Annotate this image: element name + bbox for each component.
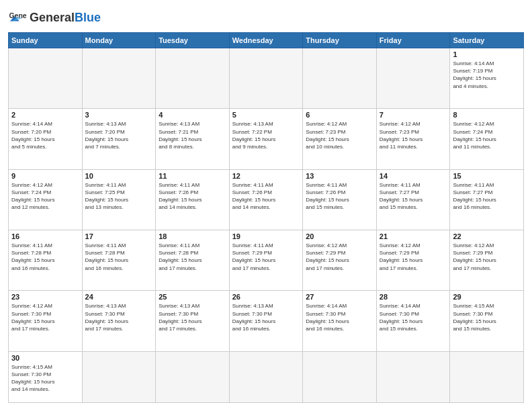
weekday-header-row: SundayMondayTuesdayWednesdayThursdayFrid… (9, 33, 524, 48)
weekday-header-monday: Monday (82, 33, 156, 48)
day-number: 15 (453, 172, 521, 180)
calendar-day-25: 25Sunrise: 4:13 AM Sunset: 7:30 PM Dayli… (156, 291, 230, 351)
day-number: 13 (306, 172, 373, 180)
day-info: Sunrise: 4:11 AM Sunset: 7:28 PM Dayligh… (85, 242, 153, 272)
day-number: 22 (453, 232, 521, 240)
day-info: Sunrise: 4:15 AM Sunset: 7:30 PM Dayligh… (453, 302, 521, 332)
day-info: Sunrise: 4:13 AM Sunset: 7:21 PM Dayligh… (159, 120, 226, 150)
calendar-day-empty (229, 48, 303, 109)
calendar-day-16: 16Sunrise: 4:11 AM Sunset: 7:28 PM Dayli… (9, 230, 83, 291)
day-number: 24 (85, 293, 153, 301)
weekday-header-sunday: Sunday (9, 33, 83, 48)
day-number: 9 (11, 172, 79, 180)
day-number: 19 (232, 232, 300, 240)
calendar-day-empty (9, 48, 83, 109)
day-number: 12 (232, 172, 300, 180)
calendar-day-5: 5Sunrise: 4:13 AM Sunset: 7:22 PM Daylig… (229, 109, 303, 169)
day-info: Sunrise: 4:14 AM Sunset: 7:30 PM Dayligh… (380, 302, 447, 332)
day-number: 20 (306, 232, 373, 240)
day-number: 1 (453, 50, 521, 58)
calendar-week-row: 9Sunrise: 4:12 AM Sunset: 7:24 PM Daylig… (9, 169, 524, 230)
calendar-day-29: 29Sunrise: 4:15 AM Sunset: 7:30 PM Dayli… (450, 291, 524, 351)
logo: General GeneralBlue (8, 8, 101, 27)
calendar-day-empty (82, 48, 156, 109)
day-number: 7 (380, 111, 447, 119)
day-number: 27 (306, 293, 373, 301)
calendar-day-8: 8Sunrise: 4:12 AM Sunset: 7:24 PM Daylig… (450, 109, 524, 169)
calendar-table: SundayMondayTuesdayWednesdayThursdayFrid… (8, 32, 524, 403)
day-info: Sunrise: 4:11 AM Sunset: 7:28 PM Dayligh… (11, 242, 79, 272)
calendar-week-row: 23Sunrise: 4:12 AM Sunset: 7:30 PM Dayli… (9, 291, 524, 351)
day-info: Sunrise: 4:12 AM Sunset: 7:30 PM Dayligh… (11, 302, 79, 332)
calendar-day-7: 7Sunrise: 4:12 AM Sunset: 7:23 PM Daylig… (376, 109, 450, 169)
calendar-day-28: 28Sunrise: 4:14 AM Sunset: 7:30 PM Dayli… (376, 291, 450, 351)
calendar-week-row: 2Sunrise: 4:14 AM Sunset: 7:20 PM Daylig… (9, 109, 524, 169)
day-number: 16 (11, 232, 79, 240)
day-info: Sunrise: 4:12 AM Sunset: 7:24 PM Dayligh… (11, 181, 79, 212)
general-blue-icon: General (8, 8, 27, 27)
calendar-day-empty (82, 351, 156, 402)
day-number: 5 (232, 111, 300, 119)
calendar-day-21: 21Sunrise: 4:12 AM Sunset: 7:29 PM Dayli… (376, 230, 450, 291)
calendar-day-22: 22Sunrise: 4:12 AM Sunset: 7:29 PM Dayli… (450, 230, 524, 291)
calendar-day-17: 17Sunrise: 4:11 AM Sunset: 7:28 PM Dayli… (82, 230, 156, 291)
calendar-day-20: 20Sunrise: 4:12 AM Sunset: 7:29 PM Dayli… (303, 230, 377, 291)
day-info: Sunrise: 4:11 AM Sunset: 7:26 PM Dayligh… (159, 181, 226, 212)
calendar-day-1: 1Sunrise: 4:14 AM Sunset: 7:19 PM Daylig… (450, 48, 524, 109)
calendar-day-empty (450, 351, 524, 402)
day-number: 14 (380, 172, 447, 180)
day-info: Sunrise: 4:11 AM Sunset: 7:26 PM Dayligh… (232, 181, 300, 212)
calendar-day-27: 27Sunrise: 4:14 AM Sunset: 7:30 PM Dayli… (303, 291, 377, 351)
day-info: Sunrise: 4:13 AM Sunset: 7:22 PM Dayligh… (232, 120, 300, 150)
day-info: Sunrise: 4:12 AM Sunset: 7:23 PM Dayligh… (306, 120, 373, 150)
day-info: Sunrise: 4:11 AM Sunset: 7:27 PM Dayligh… (380, 181, 447, 212)
calendar-day-15: 15Sunrise: 4:11 AM Sunset: 7:27 PM Dayli… (450, 169, 524, 230)
day-info: Sunrise: 4:11 AM Sunset: 7:26 PM Dayligh… (306, 181, 373, 212)
calendar-day-30: 30Sunrise: 4:15 AM Sunset: 7:30 PM Dayli… (9, 351, 83, 402)
day-info: Sunrise: 4:11 AM Sunset: 7:29 PM Dayligh… (232, 242, 300, 272)
day-info: Sunrise: 4:11 AM Sunset: 7:25 PM Dayligh… (85, 181, 153, 212)
calendar-day-19: 19Sunrise: 4:11 AM Sunset: 7:29 PM Dayli… (229, 230, 303, 291)
day-info: Sunrise: 4:15 AM Sunset: 7:30 PM Dayligh… (11, 363, 79, 394)
day-info: Sunrise: 4:14 AM Sunset: 7:19 PM Dayligh… (453, 60, 521, 90)
calendar-day-empty (376, 48, 450, 109)
calendar-day-empty (303, 48, 377, 109)
day-info: Sunrise: 4:11 AM Sunset: 7:28 PM Dayligh… (159, 242, 226, 272)
calendar-day-4: 4Sunrise: 4:13 AM Sunset: 7:21 PM Daylig… (156, 109, 230, 169)
day-number: 18 (159, 232, 226, 240)
calendar-day-26: 26Sunrise: 4:13 AM Sunset: 7:30 PM Dayli… (229, 291, 303, 351)
calendar-day-empty (303, 351, 377, 402)
calendar-day-empty (156, 48, 230, 109)
calendar-day-6: 6Sunrise: 4:12 AM Sunset: 7:23 PM Daylig… (303, 109, 377, 169)
day-number: 4 (159, 111, 226, 119)
day-number: 3 (85, 111, 153, 119)
calendar-day-14: 14Sunrise: 4:11 AM Sunset: 7:27 PM Dayli… (376, 169, 450, 230)
calendar-day-13: 13Sunrise: 4:11 AM Sunset: 7:26 PM Dayli… (303, 169, 377, 230)
calendar-day-empty (229, 351, 303, 402)
day-number: 30 (11, 354, 79, 362)
day-number: 21 (380, 232, 447, 240)
day-info: Sunrise: 4:13 AM Sunset: 7:30 PM Dayligh… (85, 302, 153, 332)
day-number: 10 (85, 172, 153, 180)
day-number: 11 (159, 172, 226, 180)
header: General GeneralBlue (8, 8, 524, 27)
day-number: 6 (306, 111, 373, 119)
calendar-week-row: 30Sunrise: 4:15 AM Sunset: 7:30 PM Dayli… (9, 351, 524, 402)
day-info: Sunrise: 4:12 AM Sunset: 7:29 PM Dayligh… (453, 242, 521, 272)
calendar-week-row: 1Sunrise: 4:14 AM Sunset: 7:19 PM Daylig… (9, 48, 524, 109)
day-number: 28 (380, 293, 447, 301)
day-info: Sunrise: 4:12 AM Sunset: 7:29 PM Dayligh… (306, 242, 373, 272)
calendar-day-empty (376, 351, 450, 402)
day-info: Sunrise: 4:12 AM Sunset: 7:29 PM Dayligh… (380, 242, 447, 272)
weekday-header-wednesday: Wednesday (229, 33, 303, 48)
day-info: Sunrise: 4:11 AM Sunset: 7:27 PM Dayligh… (453, 181, 521, 212)
calendar-day-10: 10Sunrise: 4:11 AM Sunset: 7:25 PM Dayli… (82, 169, 156, 230)
calendar-day-9: 9Sunrise: 4:12 AM Sunset: 7:24 PM Daylig… (9, 169, 83, 230)
calendar-day-2: 2Sunrise: 4:14 AM Sunset: 7:20 PM Daylig… (9, 109, 83, 169)
weekday-header-saturday: Saturday (450, 33, 524, 48)
day-number: 17 (85, 232, 153, 240)
day-number: 8 (453, 111, 521, 119)
day-info: Sunrise: 4:12 AM Sunset: 7:24 PM Dayligh… (453, 120, 521, 150)
day-number: 25 (159, 293, 226, 301)
page: General GeneralBlue SundayMondayTuesdayW… (0, 0, 532, 411)
